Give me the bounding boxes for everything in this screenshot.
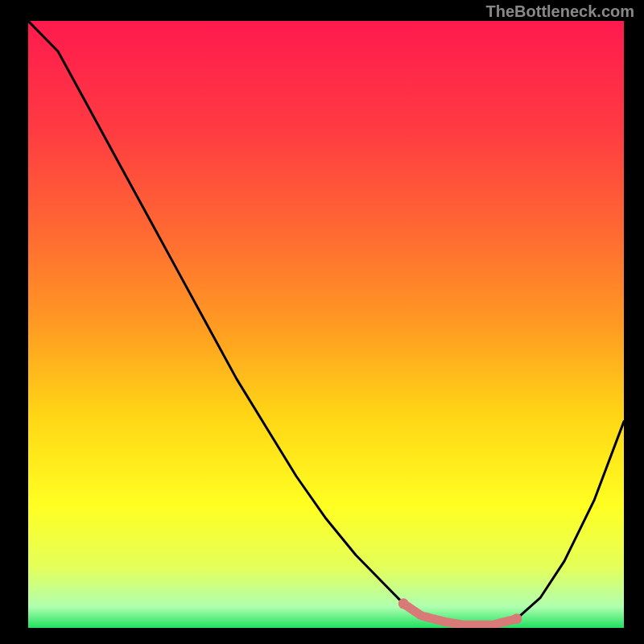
svg-point-2 [511, 613, 522, 624]
chart-container: TheBottleneck.com [0, 0, 644, 644]
watermark-text: TheBottleneck.com [486, 2, 634, 21]
chart-curve [28, 21, 624, 628]
svg-point-1 [398, 598, 409, 609]
